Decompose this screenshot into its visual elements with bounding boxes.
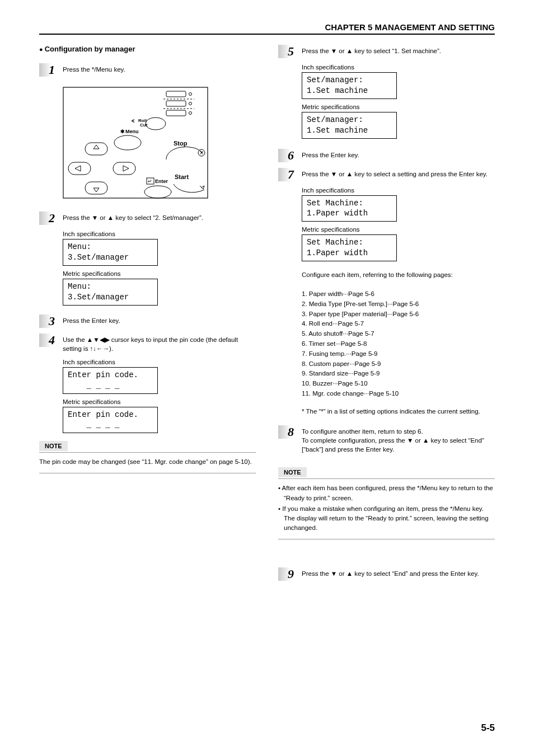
step-num-box: 7 — [278, 168, 296, 181]
divider — [39, 452, 256, 453]
note-label: NOTE — [39, 441, 68, 451]
enter-label: Enter — [155, 179, 168, 184]
divider — [278, 478, 495, 479]
lcd-display: Menu: 3.Set/manager — [63, 279, 158, 306]
menu-star-icon: ✱ — [120, 129, 125, 134]
list-item: 10. Buzzer···Page 5-10 — [302, 379, 495, 389]
svg-rect-4 — [166, 101, 186, 106]
step-6: 6 Press the Enter key. — [278, 149, 495, 162]
spec-inch-label: Inch specifications — [63, 359, 256, 365]
spec-inch-label: Inch specifications — [302, 187, 495, 194]
step-text: Press the Enter key. — [63, 314, 256, 325]
svg-rect-1 — [166, 91, 186, 97]
step-num-box: 8 — [278, 425, 296, 439]
svg-point-5 — [189, 102, 192, 105]
step-3: 3 Press the Enter key. — [39, 314, 256, 328]
step-num: 4 — [49, 333, 55, 348]
control-panel-illustration: Roll Cut ✱ Menu Stop ↵ Enter — [63, 87, 208, 199]
step-9: 9 Press the ▼ or ▲ key to select “End” a… — [278, 567, 495, 581]
list-item: 2. Media Type [Pre-set Temp.]···Page 5-6 — [302, 299, 495, 309]
svg-rect-7 — [166, 110, 186, 116]
step-num-box: 3 — [39, 314, 57, 328]
svg-point-18 — [144, 186, 171, 198]
step-num: 1 — [49, 63, 55, 77]
step-text: Press the Enter key. — [302, 149, 495, 159]
svg-point-2 — [189, 93, 192, 96]
spec-metric-label: Metric specifications — [63, 398, 256, 405]
step-num-box: 6 — [278, 149, 296, 162]
svg-rect-15 — [113, 162, 135, 175]
list-item: 5. Auto shutoff···Page 5-7 — [302, 329, 495, 339]
lcd-display: Set/manager: 1.Set machine — [302, 112, 397, 139]
spec-metric-label: Metric specifications — [63, 270, 256, 277]
step-num: 8 — [288, 425, 294, 439]
step-num-box: 1 — [39, 63, 57, 77]
page-number: 5-5 — [481, 722, 495, 734]
config-page-list: 1. Paper width···Page 5-6 2. Media Type … — [302, 289, 495, 399]
config-intro: Configure each item, referring to the fo… — [302, 270, 495, 280]
left-column: Configuration by manager 1 Press the */M… — [39, 45, 256, 586]
step-text: Press the */Menu key. — [63, 63, 256, 74]
svg-point-10 — [146, 118, 166, 130]
step-num-box: 2 — [39, 212, 57, 225]
spec-metric-label: Metric specifications — [302, 104, 495, 110]
divider — [278, 539, 495, 539]
step-num-box: 4 — [39, 334, 57, 347]
list-item: 7. Fusing temp.···Page 5-9 — [302, 349, 495, 359]
list-item: 9. Standard size···Page 5-9 — [302, 369, 495, 379]
step-1: 1 Press the */Menu key. — [39, 63, 256, 77]
step-num-box: 5 — [278, 45, 296, 58]
enter-icon: ↵ — [148, 179, 152, 184]
lcd-display: Enter pin code. _ _ _ _ — [63, 407, 158, 434]
spec-metric-label: Metric specifications — [302, 226, 495, 233]
svg-point-8 — [189, 112, 192, 115]
start-label: Start — [175, 173, 189, 180]
step-text: Press the ▼ or ▲ key to select “End” and… — [302, 567, 495, 578]
list-item: 8. Custom paper···Page 5-9 — [302, 359, 495, 369]
svg-rect-14 — [68, 162, 91, 175]
lcd-display: Menu: 3.Set/manager — [63, 239, 158, 266]
svg-point-11 — [114, 135, 141, 150]
list-item: 3. Paper type [Paper material]···Page 5-… — [302, 309, 495, 320]
note-bullets: • After each item has been configured, p… — [278, 483, 495, 533]
note-bullet: • If you make a mistake when configuring… — [278, 504, 495, 533]
step-8: 8 To configure another item, return to s… — [278, 425, 495, 454]
step-num: 9 — [288, 567, 294, 581]
step-num: 7 — [288, 167, 294, 182]
note-text: The pin code may be changed (see “11. Mg… — [39, 457, 256, 467]
note-bullet: • After each item has been configured, p… — [278, 483, 495, 503]
lcd-display: Set Machine: 1.Paper width — [302, 234, 397, 261]
note-label: NOTE — [278, 467, 307, 477]
list-item: 1. Paper width···Page 5-6 — [302, 289, 495, 299]
step-2: 2 Press the ▼ or ▲ key to select “2. Set… — [39, 212, 256, 225]
list-item: 4. Roll end···Page 5-7 — [302, 319, 495, 329]
step-num: 2 — [49, 211, 55, 226]
menu-label: Menu — [125, 129, 139, 134]
divider — [39, 473, 256, 473]
step-num-box: 9 — [278, 567, 296, 581]
step-text: Use the ▲▼◀▶ cursor keys to input the pi… — [63, 334, 256, 353]
stop-label: Stop — [174, 140, 188, 147]
section-title: Configuration by manager — [39, 45, 256, 53]
step-text: Press the ▼ or ▲ key to select “1. Set m… — [302, 45, 495, 55]
spec-inch-label: Inch specifications — [63, 231, 256, 237]
spec-inch-label: Inch specifications — [302, 64, 495, 71]
list-item: 6. Timer set···Page 5-8 — [302, 339, 495, 349]
step-num: 6 — [288, 148, 294, 163]
step-text: Press the ▼ or ▲ key to select “2. Set/m… — [63, 212, 256, 222]
config-footnote: * The “*” in a list of setting options i… — [302, 407, 495, 416]
step-4: 4 Use the ▲▼◀▶ cursor keys to input the … — [39, 334, 256, 353]
step-text: Press the ▼ or ▲ key to select a setting… — [302, 168, 495, 179]
step-text: To configure another item, return to ste… — [302, 425, 495, 454]
step-num: 3 — [49, 314, 55, 328]
step-5: 5 Press the ▼ or ▲ key to select “1. Set… — [278, 45, 495, 58]
lcd-display: Enter pin code. _ _ _ _ — [63, 367, 158, 394]
right-column: 5 Press the ▼ or ▲ key to select “1. Set… — [278, 45, 495, 586]
step-7: 7 Press the ▼ or ▲ key to select a setti… — [278, 168, 495, 181]
chapter-header: CHAPTER 5 MANAGEMENT AND SETTING — [39, 22, 495, 35]
step-num: 5 — [288, 44, 294, 59]
svg-text:Cut: Cut — [140, 123, 148, 128]
lcd-display: Set Machine: 1.Paper width — [302, 195, 397, 222]
lcd-display: Set/manager: 1.Set machine — [302, 72, 397, 99]
list-item: 11. Mgr. code change···Page 5-10 — [302, 389, 495, 399]
